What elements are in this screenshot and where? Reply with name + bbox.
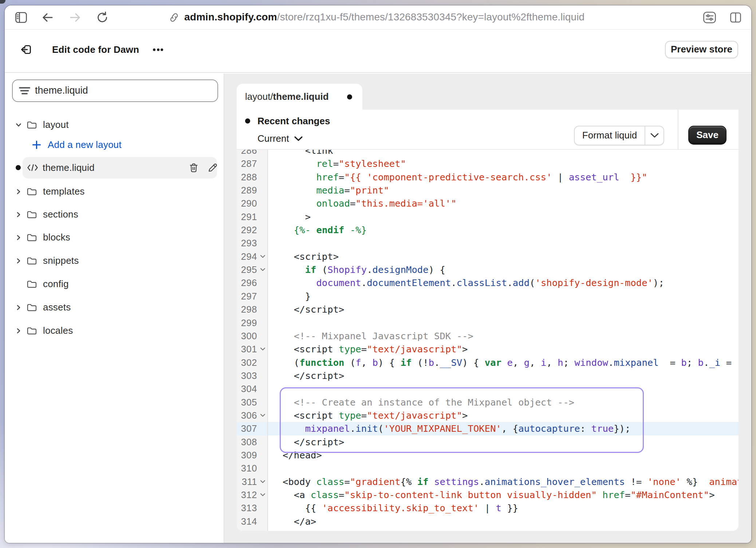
forward-icon[interactable] bbox=[69, 5, 81, 30]
line-number-313: 313 bbox=[237, 501, 257, 514]
sidebar-folder-layout[interactable]: layout bbox=[5, 114, 224, 136]
sidebar-folder-snippets[interactable]: snippets bbox=[5, 250, 224, 272]
code-token: Shopify bbox=[327, 264, 367, 275]
code-token: <link bbox=[283, 150, 333, 156]
fold-toggle-icon[interactable] bbox=[259, 488, 266, 501]
back-icon[interactable] bbox=[42, 5, 54, 30]
sidebar-toggle-icon[interactable] bbox=[15, 5, 27, 30]
code-token: href bbox=[316, 172, 339, 183]
folder-icon bbox=[27, 233, 37, 242]
reload-icon[interactable] bbox=[96, 5, 109, 30]
chevron-right-icon[interactable] bbox=[15, 328, 22, 334]
code-line-307[interactable]: mixpanel.init('YOUR_MIXPANEL_TOKEN', {au… bbox=[268, 422, 739, 435]
format-liquid-dropdown-button[interactable] bbox=[645, 126, 664, 145]
code-token: animate--hover- bbox=[698, 476, 739, 487]
chevron-right-icon[interactable] bbox=[15, 258, 22, 264]
code-line-298[interactable]: </script> bbox=[268, 303, 739, 316]
split-view-icon[interactable] bbox=[730, 5, 741, 30]
url-bar[interactable]: admin.shopify.com/store/rzq1xu-f5/themes… bbox=[184, 5, 584, 29]
add-new-layout-link[interactable]: Add a new layout bbox=[5, 134, 224, 156]
code-line-300[interactable]: <!-- Mixpanel Javascript SDK --> bbox=[268, 329, 739, 342]
sidebar-folder-sections[interactable]: sections bbox=[5, 204, 224, 226]
content-area: theme.liquid layoutAdd a new layouttheme… bbox=[5, 74, 751, 543]
code-line-296[interactable]: document.documentElement.classList.add('… bbox=[268, 276, 739, 289]
code-line-311[interactable]: <body class="gradient{% if settings.anim… bbox=[268, 475, 739, 488]
fold-toggle-icon[interactable] bbox=[259, 475, 266, 488]
code-line-297[interactable]: } bbox=[268, 290, 739, 303]
sidebar-folder-assets[interactable]: assets bbox=[5, 297, 224, 318]
code-token: = bbox=[339, 172, 344, 183]
gutter-divider bbox=[267, 150, 268, 531]
folder-label: blocks bbox=[43, 232, 70, 243]
code-line-294[interactable]: <script> bbox=[268, 250, 739, 263]
fold-toggle-icon[interactable] bbox=[259, 250, 266, 263]
code-editor[interactable]: 2862872882892902912922932942952962972982… bbox=[237, 150, 739, 531]
line-number-303: 303 bbox=[237, 369, 257, 382]
code-line-287[interactable]: rel="stylesheet" bbox=[268, 157, 739, 170]
sidebar-folder-templates[interactable]: templates bbox=[5, 181, 224, 203]
code-token: = bbox=[361, 410, 367, 421]
code-line-303[interactable]: </script> bbox=[268, 369, 739, 382]
code-line-301[interactable]: <script type="text/javascript"> bbox=[268, 342, 739, 356]
code-token: <body bbox=[283, 476, 316, 487]
page-settings-icon[interactable] bbox=[703, 5, 716, 30]
tab-unsaved-dot bbox=[347, 94, 352, 99]
code-line-312[interactable]: <a class="skip-to-content-link button vi… bbox=[268, 488, 739, 501]
code-token: animations_hover_elements bbox=[485, 476, 625, 487]
code-token: add bbox=[513, 277, 529, 288]
code-line-302[interactable]: (function (f, b) { if (!b.__SV) { var e,… bbox=[268, 356, 739, 369]
delete-file-icon[interactable] bbox=[189, 163, 199, 173]
preview-store-button[interactable]: Preview store bbox=[665, 41, 738, 58]
tab-label: layout/theme.liquid bbox=[245, 91, 329, 102]
code-line-299[interactable] bbox=[268, 316, 739, 329]
chevron-right-icon[interactable] bbox=[15, 211, 22, 218]
tab-theme-liquid[interactable]: layout/theme.liquid bbox=[237, 84, 362, 110]
rename-file-icon[interactable] bbox=[208, 163, 218, 173]
code-line-291[interactable]: > bbox=[268, 210, 739, 223]
sidebar-folder-blocks[interactable]: blocks bbox=[5, 227, 224, 248]
chevron-right-icon[interactable] bbox=[15, 188, 22, 195]
code-line-286[interactable]: <link bbox=[268, 150, 739, 157]
code-line-295[interactable]: if (Shopify.designMode) { bbox=[268, 263, 739, 276]
code-token: documentElement bbox=[367, 277, 451, 288]
chevron-down-icon[interactable] bbox=[15, 122, 22, 128]
save-button[interactable]: Save bbox=[688, 126, 727, 145]
fold-toggle-icon[interactable] bbox=[259, 409, 266, 422]
code-token: </a> bbox=[283, 516, 316, 527]
version-selector[interactable]: Current bbox=[257, 133, 303, 144]
fold-toggle-icon[interactable] bbox=[259, 263, 266, 276]
fold-toggle-icon[interactable] bbox=[259, 342, 266, 356]
tab-file-name: theme.liquid bbox=[273, 91, 329, 102]
code-line-289[interactable]: media="print" bbox=[268, 184, 739, 197]
code-line-314[interactable]: </a> bbox=[268, 515, 739, 528]
code-line-310[interactable] bbox=[268, 462, 739, 475]
code-token: "text/javascript" bbox=[367, 410, 462, 421]
code-line-305[interactable]: <!-- Create an instance of the Mixpanel … bbox=[268, 396, 739, 409]
code-line-306[interactable]: <script type="text/javascript"> bbox=[268, 409, 739, 422]
code-token: classList bbox=[457, 277, 507, 288]
code-line-308[interactable]: </script> bbox=[268, 435, 739, 449]
url-path: /store/rzq1xu-f5/themes/132683530345?key… bbox=[277, 11, 584, 23]
code-line-288[interactable]: href="{{ 'component-predictive-search.cs… bbox=[268, 171, 739, 184]
format-liquid-button[interactable]: Format liquid bbox=[575, 126, 645, 145]
code-token: . bbox=[479, 476, 484, 487]
code-line-313[interactable]: {{ 'accessibility.skip_to_text' | t }} bbox=[268, 501, 739, 514]
code-line-292[interactable]: {%- endif -%} bbox=[268, 223, 739, 236]
code-token: b bbox=[429, 357, 434, 368]
code-line-290[interactable]: onload="this.media='all'" bbox=[268, 197, 739, 210]
code-line-293[interactable] bbox=[268, 236, 739, 250]
chevron-right-icon[interactable] bbox=[15, 304, 22, 311]
sidebar-folder-config[interactable]: config bbox=[5, 273, 224, 295]
code-line-304[interactable] bbox=[268, 382, 739, 395]
code-token: %} bbox=[681, 476, 698, 487]
exit-code-editor-icon[interactable] bbox=[20, 43, 32, 56]
code-token: var bbox=[485, 357, 501, 368]
chevron-right-icon[interactable] bbox=[15, 234, 22, 241]
code-token: {{ bbox=[283, 502, 322, 513]
sidebar-file-theme.liquid[interactable]: theme.liquid bbox=[5, 157, 224, 179]
code-token: = bbox=[625, 489, 630, 500]
more-actions-icon[interactable] bbox=[153, 48, 163, 51]
sidebar-folder-locales[interactable]: locales bbox=[5, 320, 224, 342]
code-line-309[interactable]: </head> bbox=[268, 449, 739, 462]
line-number-307: 307 bbox=[237, 422, 257, 435]
